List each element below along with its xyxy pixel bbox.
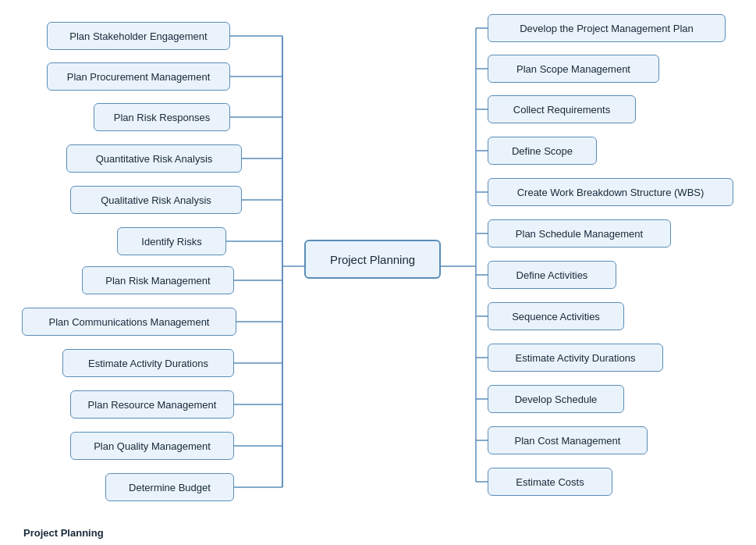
right-node-r11: Plan Cost Management <box>488 426 648 454</box>
right-node-r4: Define Scope <box>488 137 597 165</box>
left-node-l6: Identify Risks <box>117 227 226 255</box>
left-node-l7: Plan Risk Management <box>82 266 234 294</box>
right-node-r1: Develop the Project Management Plan <box>488 14 726 42</box>
right-node-r6: Plan Schedule Management <box>488 219 671 248</box>
right-node-r9: Estimate Activity Durations <box>488 344 663 372</box>
left-node-l8: Plan Communications Management <box>22 308 236 336</box>
left-node-l4: Quantitative Risk Analysis <box>66 144 242 173</box>
left-node-l11: Plan Quality Management <box>70 432 234 460</box>
right-node-r10: Develop Schedule <box>488 385 624 413</box>
left-node-l2: Plan Procurement Management <box>47 62 230 91</box>
footer-label: Project Planning <box>23 527 104 539</box>
mindmap-canvas: Project Planning Plan Stakeholder Engage… <box>0 0 756 531</box>
right-node-r3: Collect Requirements <box>488 95 636 123</box>
right-node-r8: Sequence Activities <box>488 302 624 330</box>
left-node-l9: Estimate Activity Durations <box>62 349 234 377</box>
left-node-l5: Qualitative Risk Analysis <box>70 186 242 214</box>
right-node-r7: Define Activities <box>488 261 616 289</box>
left-node-l3: Plan Risk Responses <box>94 103 230 131</box>
center-label: Project Planning <box>330 253 415 266</box>
left-node-l1: Plan Stakeholder Engagement <box>47 22 230 50</box>
center-node: Project Planning <box>304 240 441 279</box>
right-node-r2: Plan Scope Management <box>488 55 659 83</box>
left-node-l12: Determine Budget <box>105 473 234 501</box>
right-node-r12: Estimate Costs <box>488 468 612 496</box>
right-node-r5: Create Work Breakdown Structure (WBS) <box>488 178 733 206</box>
left-node-l10: Plan Resource Management <box>70 390 234 419</box>
